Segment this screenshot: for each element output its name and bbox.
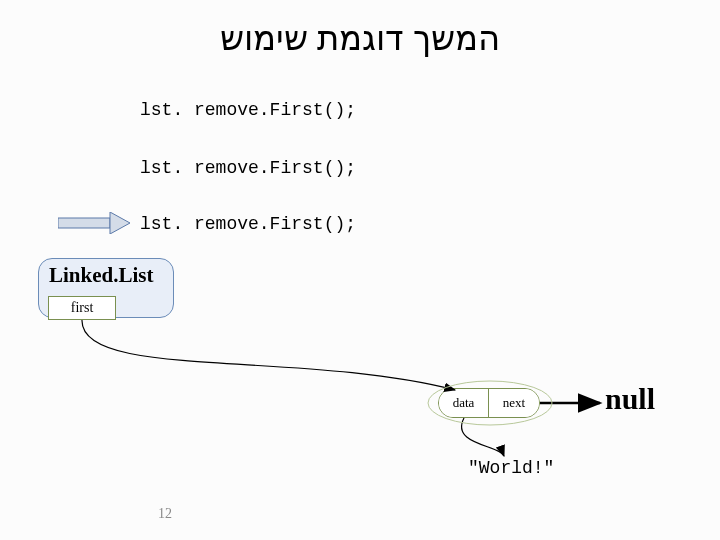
node-data-cell: data (439, 389, 489, 417)
data-value: "World!" (468, 458, 554, 478)
slide-title: המשך דוגמת שימוש (0, 18, 720, 58)
code-line-3: lst. remove.First(); (140, 214, 356, 234)
svg-marker-1 (110, 212, 130, 234)
code-line-2: lst. remove.First(); (140, 158, 356, 178)
linked-list-label: Linked.List (49, 263, 153, 288)
code-line-1: lst. remove.First(); (140, 100, 356, 120)
page-number: 12 (158, 506, 172, 522)
list-node: data next (438, 388, 540, 418)
null-label: null (605, 382, 655, 416)
arrow-right-icon (58, 212, 130, 234)
first-field: first (48, 296, 116, 320)
node-next-cell: next (489, 389, 539, 417)
svg-rect-0 (58, 218, 110, 228)
